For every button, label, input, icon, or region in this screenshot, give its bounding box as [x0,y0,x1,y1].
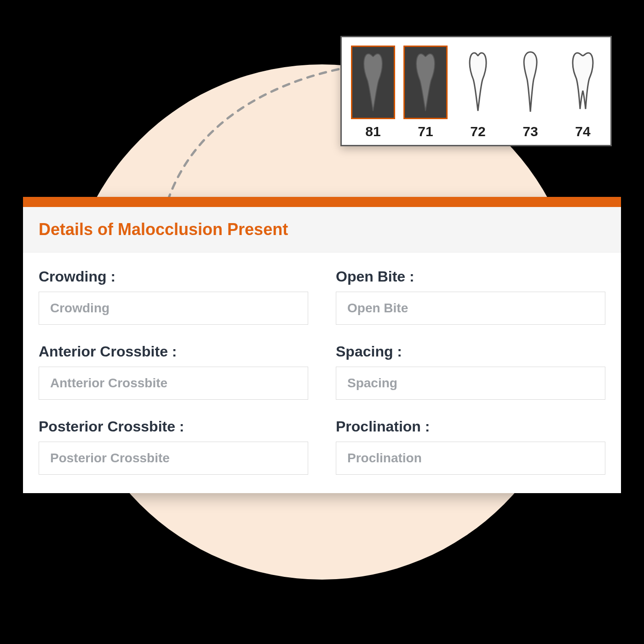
field-anterior-crossbite: Anterior Crossbite : [39,343,308,400]
tooth-74[interactable]: 74 [561,46,605,139]
tooth-label: 71 [418,124,433,139]
tooth-label: 73 [523,124,538,139]
card-title: Details of Malocclusion Present [39,220,605,239]
field-open-bite: Open Bite : [336,268,605,325]
input-crowding[interactable] [39,292,308,325]
label-anterior-crossbite: Anterior Crossbite : [39,343,308,360]
label-crowding: Crowding : [39,268,308,285]
tooth-label: 74 [575,124,590,139]
tooth-icon [464,50,492,115]
tooth-icon [412,50,439,115]
label-proclination: Proclination : [336,418,605,435]
tooth-label: 72 [470,124,485,139]
tooth-icon [359,50,387,115]
tooth-box-81 [351,46,395,119]
tooth-box-74 [561,46,605,119]
tooth-label: 81 [365,124,380,139]
input-open-bite[interactable] [336,292,605,325]
tooth-72[interactable]: 72 [456,46,500,139]
tooth-box-72 [456,46,500,119]
tooth-73[interactable]: 73 [508,46,552,139]
label-open-bite: Open Bite : [336,268,605,285]
field-proclination: Proclination : [336,418,605,475]
input-anterior-crossbite[interactable] [39,367,308,400]
card-accent-bar [23,197,621,207]
tooth-box-73 [508,46,552,119]
card-header: Details of Malocclusion Present [23,207,621,253]
label-spacing: Spacing : [336,343,605,360]
tooth-icon [569,50,597,115]
field-spacing: Spacing : [336,343,605,400]
input-proclination[interactable] [336,442,605,475]
tooth-box-71 [403,46,448,119]
input-posterior-crossbite[interactable] [39,442,308,475]
card-body: Crowding : Open Bite : Anterior Crossbit… [23,253,621,493]
tooth-71[interactable]: 71 [403,46,448,139]
field-crowding: Crowding : [39,268,308,325]
tooth-81[interactable]: 81 [351,46,395,139]
malocclusion-details-card: Details of Malocclusion Present Crowding… [23,197,621,493]
tooth-selection-panel: 81 71 72 [340,36,612,146]
field-posterior-crossbite: Posterior Crossbite : [39,418,308,475]
tooth-icon [517,50,544,115]
input-spacing[interactable] [336,367,605,400]
label-posterior-crossbite: Posterior Crossbite : [39,418,308,435]
